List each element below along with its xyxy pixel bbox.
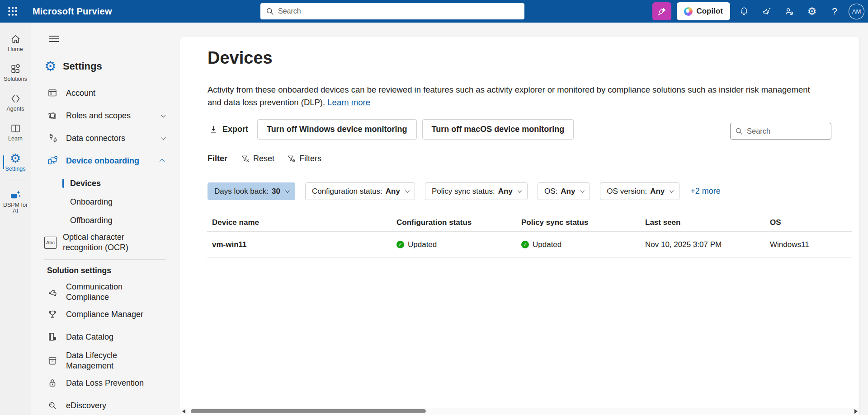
settings-button[interactable]: ⚙ bbox=[803, 2, 821, 20]
chevron-down-icon bbox=[670, 188, 674, 193]
divider bbox=[208, 146, 852, 146]
export-button[interactable]: Export bbox=[206, 119, 252, 140]
sidebar-item-label: Onboarding bbox=[70, 197, 113, 207]
app-header: Microsoft Purview Copilot bbox=[0, 0, 868, 23]
sidebar-item-compliance-manager[interactable]: Compliance Manager bbox=[31, 305, 180, 323]
help-button[interactable] bbox=[826, 2, 843, 20]
right-triangle-icon bbox=[854, 409, 858, 414]
configuration-status-cell: Updated bbox=[392, 240, 516, 249]
chevron-down-icon bbox=[580, 188, 585, 193]
announcements-button[interactable] bbox=[758, 2, 775, 20]
gear-icon bbox=[10, 153, 21, 164]
sidebar-item-label: Devices bbox=[70, 179, 101, 188]
rail-item-home[interactable]: Home bbox=[0, 28, 31, 58]
person-gear-icon bbox=[784, 6, 794, 16]
filter-chip-configuration-status[interactable]: Configuration status: Any bbox=[305, 182, 415, 200]
rail-item-dspm-for-ai[interactable]: DSPM for AI bbox=[0, 185, 31, 218]
sidebar-item-ocr[interactable]: Abc Optical character recognition (OCR) bbox=[31, 232, 180, 253]
turn-off-windows-monitoring-button[interactable]: Turn off Windows device monitoring bbox=[257, 119, 417, 140]
sidebar-heading: Settings bbox=[44, 60, 102, 73]
global-search[interactable] bbox=[260, 3, 524, 19]
funnel-x-icon bbox=[241, 154, 250, 163]
account-settings-button[interactable] bbox=[781, 2, 798, 20]
rail-item-settings[interactable]: Settings bbox=[0, 147, 31, 177]
configuration-status-text: Updated bbox=[408, 240, 437, 249]
copilot-label: Copilot bbox=[696, 7, 723, 16]
scroll-right-arrow[interactable] bbox=[852, 408, 859, 415]
sidebar-item-roles-and-scopes[interactable]: Roles and scopes bbox=[31, 107, 180, 125]
column-header-device-name[interactable]: Device name bbox=[207, 218, 392, 227]
table-row[interactable]: vm-win11 Updated Updated Nov 10, 2025 3:… bbox=[207, 232, 852, 258]
updated-check-icon bbox=[521, 241, 529, 248]
chat-bubbles-icon bbox=[47, 287, 58, 298]
column-header-os[interactable]: OS bbox=[765, 218, 852, 227]
sidebar-item-ediscovery[interactable]: eDiscovery bbox=[31, 396, 180, 415]
settings-gear-icon bbox=[44, 60, 57, 73]
sidebar-item-data-connectors[interactable]: Data connectors bbox=[31, 129, 180, 147]
filter-chips: Days look back: 30 Configuration status:… bbox=[208, 182, 721, 200]
sidebar-item-label: Communication Compliance bbox=[66, 282, 143, 303]
sidebar-item-data-loss-prevention[interactable]: Data Loss Prevention bbox=[31, 374, 180, 392]
gear-icon: ⚙ bbox=[807, 6, 817, 17]
rail-item-solutions[interactable]: Solutions bbox=[0, 58, 31, 88]
column-header-configuration-status[interactable]: Configuration status bbox=[392, 218, 516, 227]
sidebar-item-data-catalog[interactable]: Data Catalog bbox=[31, 328, 180, 346]
filter-chip-os-version[interactable]: OS version: Any bbox=[600, 182, 679, 200]
table-header: Device name Configuration status Policy … bbox=[207, 214, 852, 232]
column-header-last-seen[interactable]: Last seen bbox=[640, 218, 765, 227]
megaphone-icon bbox=[762, 6, 772, 16]
home-icon bbox=[10, 33, 21, 45]
whats-new-rocket-button[interactable] bbox=[652, 2, 671, 20]
learn-more-link[interactable]: Learn more bbox=[327, 98, 370, 107]
collapse-sidebar-button[interactable] bbox=[48, 33, 60, 44]
export-label: Export bbox=[222, 125, 248, 134]
sidebar-item-offboarding[interactable]: Offboarding bbox=[31, 211, 180, 229]
column-header-policy-sync-status[interactable]: Policy sync status bbox=[516, 218, 640, 227]
archive-box-icon bbox=[47, 355, 58, 366]
scrollbar-track[interactable] bbox=[187, 408, 852, 415]
sidebar-item-label: Data Lifecycle Management bbox=[66, 350, 143, 371]
waffle-icon[interactable] bbox=[0, 0, 25, 23]
filter-chip-policy-sync-status[interactable]: Policy sync status: Any bbox=[425, 182, 528, 200]
policy-sync-status-text: Updated bbox=[533, 240, 561, 249]
sidebar-item-data-lifecycle-management[interactable]: Data Lifecycle Management bbox=[31, 350, 180, 371]
scrollbar-thumb[interactable] bbox=[191, 409, 426, 413]
more-filters-link[interactable]: +2 more bbox=[690, 187, 721, 196]
topbar-actions: Copilot bbox=[652, 0, 864, 23]
solutions-icon bbox=[10, 63, 21, 75]
sidebar-item-devices[interactable]: Devices bbox=[31, 174, 180, 192]
bell-icon bbox=[739, 6, 749, 16]
sidebar-item-label: Offboarding bbox=[70, 216, 113, 225]
sidebar-item-label: Account bbox=[66, 89, 95, 98]
device-name-cell[interactable]: vm-win11 bbox=[207, 240, 392, 249]
sidebar-item-onboarding[interactable]: Onboarding bbox=[31, 193, 180, 211]
lock-icon bbox=[47, 378, 58, 388]
funnel-settings-icon bbox=[287, 154, 296, 163]
filter-chip-os[interactable]: OS: Any bbox=[538, 182, 590, 200]
magnifier-document-icon bbox=[47, 400, 58, 411]
sidebar-item-label: Data Loss Prevention bbox=[66, 378, 144, 388]
chevron-down-icon bbox=[405, 188, 410, 193]
turn-off-macos-monitoring-button[interactable]: Turn off macOS device monitoring bbox=[422, 119, 574, 140]
sidebar-item-device-onboarding[interactable]: Device onboarding bbox=[31, 152, 180, 170]
sidebar-item-account[interactable]: Account bbox=[31, 84, 180, 102]
notifications-button[interactable] bbox=[736, 2, 753, 20]
devices-search-input[interactable] bbox=[747, 127, 826, 135]
sidebar-heading-label: Settings bbox=[63, 61, 102, 72]
rail-item-agents[interactable]: Agents bbox=[0, 88, 31, 117]
rail-item-learn[interactable]: Learn bbox=[0, 117, 31, 147]
avatar[interactable]: AM bbox=[849, 4, 864, 19]
copilot-button[interactable]: Copilot bbox=[677, 2, 730, 20]
sidebar-item-communication-compliance[interactable]: Communication Compliance bbox=[31, 282, 180, 303]
filters-button[interactable]: Filters bbox=[284, 154, 324, 163]
rail-label: Home bbox=[8, 47, 23, 52]
scroll-left-arrow[interactable] bbox=[180, 408, 187, 415]
reset-filters-button[interactable]: Reset bbox=[238, 154, 277, 163]
sidebar-item-label: Optical character recognition (OCR) bbox=[63, 232, 149, 253]
filter-chip-days-look-back[interactable]: Days look back: 30 bbox=[208, 182, 295, 200]
devices-search[interactable] bbox=[730, 123, 831, 140]
app-title: Microsoft Purview bbox=[33, 0, 112, 23]
rail-divider bbox=[5, 181, 25, 181]
horizontal-scrollbar[interactable] bbox=[180, 408, 859, 415]
global-search-input[interactable] bbox=[278, 7, 519, 15]
